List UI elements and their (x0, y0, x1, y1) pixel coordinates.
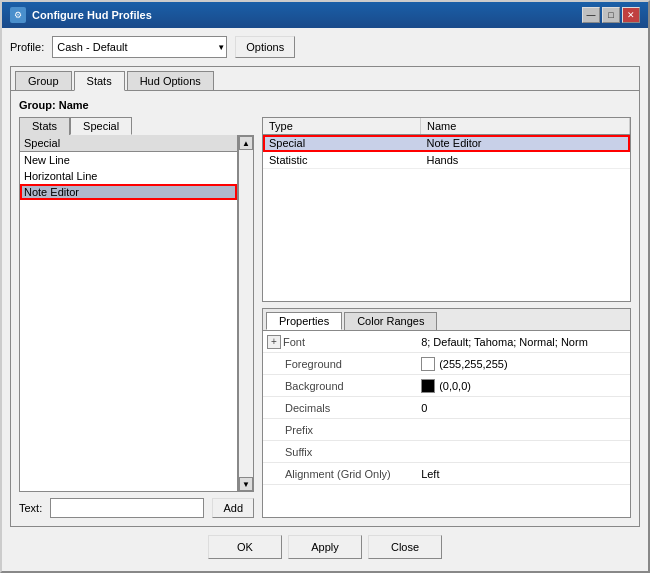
list-item-new-line[interactable]: New Line (20, 152, 237, 168)
table-row[interactable]: Statistic Hands (263, 152, 630, 169)
group-label: Group: Name (19, 99, 631, 111)
text-input[interactable] (50, 498, 204, 518)
prop-value-background: (0,0,0) (417, 377, 630, 395)
prop-value-font: 8; Default; Tahoma; Normal; Norm (417, 334, 630, 350)
prop-value-prefix (417, 428, 630, 432)
tab-color-ranges[interactable]: Color Ranges (344, 312, 437, 330)
stats-table: Type Name Special Note Editor (263, 118, 630, 169)
profile-select[interactable]: Cash - Default (52, 36, 227, 58)
sub-tab-stats[interactable]: Stats (19, 117, 70, 135)
prop-row-prefix: Prefix (263, 419, 630, 441)
col-type: Type (263, 118, 421, 135)
list-item-horizontal-line[interactable]: Horizontal Line (20, 168, 237, 184)
properties-container: Properties Color Ranges + (262, 308, 631, 518)
prop-row-background: Background (0,0,0) (263, 375, 630, 397)
main-tabs: Group Stats Hud Options (11, 67, 639, 91)
foreground-swatch[interactable] (421, 357, 435, 371)
prop-row-alignment: Alignment (Grid Only) Left (263, 463, 630, 485)
apply-button[interactable]: Apply (288, 535, 362, 559)
bottom-buttons: OK Apply Close (10, 527, 640, 563)
left-list-container: Special New Line Horizontal Line (19, 135, 238, 492)
sub-tabs: Stats Special (19, 117, 254, 135)
window-controls: — □ ✕ (582, 7, 640, 23)
prop-label-background: Background (263, 378, 417, 394)
scroll-down-button[interactable]: ▼ (239, 477, 253, 491)
prop-value-foreground: (255,255,255) (417, 355, 630, 373)
props-tabs: Properties Color Ranges (263, 309, 630, 331)
right-panel: Type Name Special Note Editor (262, 117, 631, 518)
add-button[interactable]: Add (212, 498, 254, 518)
col-name: Name (421, 118, 630, 135)
tab-stats[interactable]: Stats (74, 71, 125, 91)
close-button[interactable]: ✕ (622, 7, 640, 23)
background-swatch[interactable] (421, 379, 435, 393)
prop-row-decimals: Decimals 0 (263, 397, 630, 419)
prop-label-alignment: Alignment (Grid Only) (263, 466, 417, 482)
list-item-note-editor[interactable]: Note Editor (20, 184, 237, 200)
left-list-header: Special (20, 135, 237, 152)
stats-table-container: Type Name Special Note Editor (262, 117, 631, 302)
tab-group[interactable]: Group (15, 71, 72, 90)
maximize-button[interactable]: □ (602, 7, 620, 23)
profile-select-wrapper: Cash - Default ▼ (52, 36, 227, 58)
scroll-up-button[interactable]: ▲ (239, 136, 253, 150)
left-panel: Stats Special Special (19, 117, 254, 518)
main-window: ⚙ Configure Hud Profiles — □ ✕ Profile: … (0, 0, 650, 573)
minimize-button[interactable]: — (582, 7, 600, 23)
prop-row-foreground: Foreground (255,255,255) (263, 353, 630, 375)
tab-content: Group: Name Stats Special (11, 91, 639, 526)
font-expand-icon[interactable]: + (267, 335, 281, 349)
left-inner-list: New Line Horizontal Line Note Editor (20, 152, 237, 200)
profile-row: Profile: Cash - Default ▼ Options (10, 36, 640, 58)
profile-label: Profile: (10, 41, 44, 53)
prop-value-suffix (417, 450, 630, 454)
sub-tab-special[interactable]: Special (70, 117, 132, 135)
window-title: Configure Hud Profiles (32, 9, 576, 21)
prop-label-prefix: Prefix (263, 422, 417, 438)
left-scrollbar: ▲ ▼ (238, 135, 254, 492)
tab-hud-options[interactable]: Hud Options (127, 71, 214, 90)
prop-value-decimals: 0 (417, 400, 630, 416)
close-button-bottom[interactable]: Close (368, 535, 442, 559)
table-row[interactable]: Special Note Editor (263, 135, 630, 152)
prop-value-alignment: Left (417, 466, 630, 482)
window-icon: ⚙ (10, 7, 26, 23)
ok-button[interactable]: OK (208, 535, 282, 559)
prop-label-suffix: Suffix (263, 444, 417, 460)
prop-row-suffix: Suffix (263, 441, 630, 463)
tab-properties[interactable]: Properties (266, 312, 342, 330)
title-bar: ⚙ Configure Hud Profiles — □ ✕ (2, 2, 648, 28)
main-tabs-container: Group Stats Hud Options Group: Name (10, 66, 640, 527)
prop-label-font: + Font (263, 333, 417, 351)
props-content: + Font 8; Default; Tahoma; Normal; Norm (263, 331, 630, 517)
options-button[interactable]: Options (235, 36, 295, 58)
text-row: Text: Add (19, 498, 254, 518)
left-list-wrapper: Special New Line Horizontal Line (19, 135, 254, 492)
prop-label-foreground: Foreground (263, 356, 417, 372)
prop-row-font: + Font 8; Default; Tahoma; Normal; Norm (263, 331, 630, 353)
main-layout: Stats Special Special (19, 117, 631, 518)
prop-label-decimals: Decimals (263, 400, 417, 416)
window-content: Profile: Cash - Default ▼ Options Group … (2, 28, 648, 571)
text-label: Text: (19, 502, 42, 514)
